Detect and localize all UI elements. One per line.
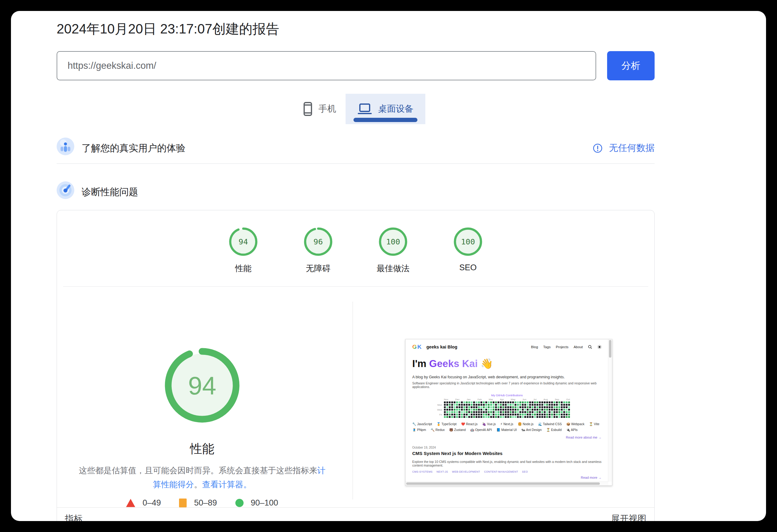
tech-badge: 🍇 Vue.js <box>482 422 496 426</box>
tech-badge: 🔧 JavaScript <box>412 422 432 426</box>
score-circle: 100 <box>453 227 482 256</box>
post-tag: SEO <box>522 470 528 473</box>
score-item-0[interactable]: 94 性能 <box>229 227 258 274</box>
site-screenshot-thumbnail: GK geeks kai Blog BlogTagsProjectsAbout … <box>405 339 612 486</box>
section-title-real-users: 了解您的真实用户的体验 <box>82 142 186 155</box>
site-nav-item: Blog <box>531 345 538 349</box>
thumb-vertical-scrollbar <box>608 339 612 482</box>
score-label: 无障碍 <box>306 263 331 274</box>
post-tag: CMS-SYSTEMS <box>412 470 433 473</box>
heatmap-month: Oct <box>566 398 570 401</box>
svg-text:96: 96 <box>314 237 323 246</box>
legend-triangle-marker <box>126 499 135 507</box>
post-title: CMS System Next js for Modern Websites <box>412 451 601 456</box>
device-tabs: 手机 桌面设备 <box>294 94 425 124</box>
post-excerpt: Explore the top 10 CMS systems compatibl… <box>412 460 601 467</box>
tech-badge: 🤖 OpenAI API <box>470 428 492 431</box>
score-ring: 94 <box>229 227 258 256</box>
heatmap-month-labels: NovDecJanFebMarAprMayJunJulAugSepOct <box>444 398 570 401</box>
tech-badge: ⏳ Vite <box>589 422 599 426</box>
performance-gauge-label: 性能 <box>57 440 347 457</box>
heatmap-day: Fri <box>439 413 442 416</box>
site-title: geeks kai Blog <box>427 345 458 350</box>
score-label: 性能 <box>235 263 251 274</box>
tech-badge: 🐜 Ant Design <box>521 428 542 431</box>
tech-badge: 📘 Material UI <box>496 428 517 431</box>
tab-desktop[interactable]: 桌面设备 <box>346 94 425 124</box>
heatmap-month: Dec <box>455 398 459 401</box>
lighthouse-report-card: 94 性能 96 无障碍 100 最佳做法 100 SEO 94 性能 这些都是… <box>57 210 655 521</box>
site-nav-item: Projects <box>556 345 568 349</box>
tech-badge: 🧵 PNpm <box>412 428 426 431</box>
diagnose-gauge-icon <box>57 181 74 199</box>
score-circle: 94 <box>229 227 258 256</box>
legend-range-label: 50–89 <box>194 498 217 508</box>
tech-badge: 📦 Webpack <box>566 422 584 426</box>
url-input[interactable] <box>57 51 596 80</box>
heatmap-month: Mar <box>489 398 493 401</box>
score-circle: 96 <box>304 227 333 256</box>
post-tag: CONTENT-MANAGEMENT <box>484 470 518 473</box>
legend-circle-marker <box>235 499 244 507</box>
tech-badge: 🐻 Zustand <box>449 428 466 431</box>
read-more-about-link: Read more about me → <box>412 435 601 439</box>
thumb-vertical-scrollbar-thumb <box>609 340 612 358</box>
svg-text:100: 100 <box>461 237 475 246</box>
hero-intro-1: A blog by Geeks Kai focusing on JavaScri… <box>412 375 601 379</box>
hero-intro-2: Software Engineer specializing in JavaSc… <box>412 381 601 389</box>
contributions-heatmap: NovDecJanFebMarAprMayJunJulAugSepOct Mon… <box>435 398 571 418</box>
score-item-3[interactable]: 100 SEO <box>453 227 482 274</box>
tech-badge: 🔨 Redux <box>431 428 445 431</box>
metrics-divider <box>57 507 654 508</box>
disclaimer-separator: 。 <box>194 480 202 489</box>
calculator-link[interactable]: 查看计算器。 <box>202 480 251 489</box>
tab-mobile[interactable]: 手机 <box>294 94 346 124</box>
card-divider <box>63 286 648 287</box>
metrics-section-label: 指标 <box>65 513 83 521</box>
real-users-icon <box>57 138 74 155</box>
site-nav: BlogTagsProjectsAbout <box>531 345 601 349</box>
score-item-1[interactable]: 96 无障碍 <box>304 227 333 274</box>
score-disclaimer: 这些都是估算值，且可能会因时而异。系统会直接基于这些指标来计算性能得分。查看计算… <box>76 463 329 492</box>
tech-badge: 🔌 APIs <box>566 428 578 431</box>
score-label: SEO <box>459 263 476 272</box>
legend-range-label: 90–100 <box>251 498 278 508</box>
tab-mobile-label: 手机 <box>319 103 336 115</box>
legend-item-triangle: 0–49 <box>126 498 161 508</box>
tab-selected-indicator <box>353 118 418 122</box>
heatmap-month: Apr <box>500 398 504 401</box>
site-nav-item: Tags <box>543 345 550 349</box>
post-tag: NEXT-JS <box>437 470 448 473</box>
wave-emoji: 👋 <box>480 358 493 369</box>
legend-range-label: 0–49 <box>142 498 161 508</box>
read-more-link: Read more → <box>412 476 601 479</box>
heatmap-month: May <box>511 398 516 401</box>
heatmap-day: Wed <box>437 408 442 411</box>
contributions-title: My GitHub Contributions <box>412 394 601 397</box>
tech-badges-row-2: 🧵 PNpm🔨 Redux🐻 Zustand🤖 OpenAI API📘 Mate… <box>412 428 601 432</box>
heatmap-month: Jul <box>533 398 537 401</box>
tech-badge: ⚡ Next.js <box>500 422 513 426</box>
heatmap-month: Nov <box>444 398 448 401</box>
legend-square-marker <box>179 499 187 507</box>
heatmap-grid <box>444 401 570 418</box>
heatmap-month: Jan <box>467 398 471 401</box>
site-theme-icon <box>597 345 601 349</box>
svg-text:94: 94 <box>188 372 216 400</box>
expand-view-button[interactable]: 展开视图 <box>611 513 646 521</box>
analyze-button[interactable]: 分析 <box>607 51 655 80</box>
section-title-diagnose: 诊断性能问题 <box>82 186 138 198</box>
section-divider <box>57 163 655 164</box>
info-icon <box>592 143 603 153</box>
heatmap-day-labels: MonWedFri <box>435 401 444 418</box>
score-item-2[interactable]: 100 最佳做法 <box>378 227 408 274</box>
score-legend: 0–49 50–89 90–100 <box>57 498 347 508</box>
site-search-icon <box>588 345 592 349</box>
legend-item-circle: 90–100 <box>235 498 278 508</box>
laptop-icon <box>357 103 372 115</box>
svg-text:94: 94 <box>239 237 248 246</box>
heatmap-month: Feb <box>477 398 482 401</box>
heatmap-month: Jun <box>523 398 527 401</box>
post-tag: WEB-DEVELOPMENT <box>452 470 480 473</box>
no-data-link[interactable]: 无任何数据 <box>592 142 655 154</box>
